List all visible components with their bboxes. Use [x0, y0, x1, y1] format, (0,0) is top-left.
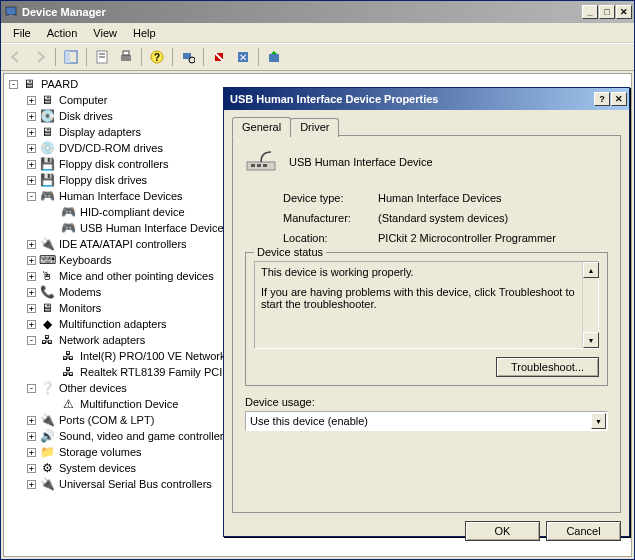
print-button[interactable] — [115, 46, 137, 68]
device-icon: 🔌 — [39, 476, 55, 492]
tree-label[interactable]: Network adapters — [57, 334, 147, 346]
menu-file[interactable]: File — [5, 25, 39, 41]
tree-label[interactable]: Sound, video and game controller — [57, 430, 226, 442]
disable-button[interactable] — [208, 46, 230, 68]
tree-label[interactable]: Universal Serial Bus controllers — [57, 478, 214, 490]
device-icon: ⚙ — [39, 460, 55, 476]
tree-label[interactable]: Display adapters — [57, 126, 143, 138]
menu-help[interactable]: Help — [125, 25, 164, 41]
svg-rect-0 — [6, 7, 16, 15]
svg-rect-17 — [269, 54, 279, 62]
tree-label[interactable]: Ports (COM & LPT) — [57, 414, 156, 426]
tree-label[interactable]: Modems — [57, 286, 103, 298]
device-icon: 📁 — [39, 444, 55, 460]
app-icon — [3, 4, 19, 20]
tree-toggle[interactable]: + — [27, 256, 36, 265]
properties-button[interactable] — [91, 46, 113, 68]
minimize-button[interactable]: _ — [582, 5, 598, 19]
device-status-legend: Device status — [254, 246, 326, 258]
show-hide-button[interactable] — [60, 46, 82, 68]
close-button[interactable]: ✕ — [616, 5, 632, 19]
device-icon: 💾 — [39, 172, 55, 188]
device-icon: 💾 — [39, 156, 55, 172]
tree-toggle[interactable]: + — [27, 464, 36, 473]
location-value: PICkit 2 Microcontroller Programmer — [378, 232, 556, 244]
menu-view[interactable]: View — [85, 25, 125, 41]
tree-toggle[interactable]: + — [27, 128, 36, 137]
tree-label[interactable]: USB Human Interface Device — [78, 222, 226, 234]
tree-label[interactable]: Intel(R) PRO/100 VE Network — [78, 350, 228, 362]
tree-toggle[interactable]: + — [27, 448, 36, 457]
manufacturer-value: (Standard system devices) — [378, 212, 508, 224]
tree-toggle[interactable]: + — [27, 320, 36, 329]
tree-label[interactable]: Human Interface Devices — [57, 190, 185, 202]
tree-toggle[interactable]: + — [27, 432, 36, 441]
update-driver-button[interactable] — [263, 46, 285, 68]
device-status-text[interactable]: This device is working properly. If you … — [254, 261, 599, 349]
device-usage-select[interactable]: Use this device (enable) ▼ — [245, 411, 608, 431]
tree-toggle[interactable]: + — [27, 176, 36, 185]
tree-label[interactable]: Storage volumes — [57, 446, 144, 458]
svg-rect-1 — [9, 15, 13, 17]
troubleshoot-button[interactable]: Troubleshoot... — [496, 357, 599, 377]
tree-toggle[interactable]: + — [27, 96, 36, 105]
uninstall-button[interactable]: ✕ — [232, 46, 254, 68]
device-name: USB Human Interface Device — [289, 156, 433, 168]
chevron-down-icon[interactable]: ▼ — [591, 413, 606, 429]
tree-label[interactable]: Disk drives — [57, 110, 115, 122]
tree-label[interactable]: Floppy disk controllers — [57, 158, 170, 170]
tree-label[interactable]: Multifunction adapters — [57, 318, 169, 330]
tree-toggle[interactable]: + — [27, 272, 36, 281]
tree-label[interactable]: Other devices — [57, 382, 129, 394]
tree-toggle[interactable]: + — [27, 240, 36, 249]
tree-label[interactable]: DVD/CD-ROM drives — [57, 142, 165, 154]
device-icon: 🖧 — [60, 364, 76, 380]
status-line2: If you are having problems with this dev… — [261, 286, 580, 310]
tree-label[interactable]: Keyboards — [57, 254, 114, 266]
device-icon: 📞 — [39, 284, 55, 300]
tree-toggle[interactable]: + — [27, 416, 36, 425]
maximize-button[interactable]: □ — [599, 5, 615, 19]
manufacturer-label: Manufacturer: — [283, 212, 378, 224]
device-icon: 🎮 — [60, 204, 76, 220]
status-scrollbar[interactable]: ▲ ▼ — [582, 262, 598, 348]
tree-label[interactable]: Floppy disk drives — [57, 174, 149, 186]
back-button[interactable] — [5, 46, 27, 68]
tree-label[interactable]: IDE ATA/ATAPI controllers — [57, 238, 189, 250]
device-icon: ◆ — [39, 316, 55, 332]
device-icon: 🖱 — [39, 268, 55, 284]
tree-toggle[interactable]: + — [27, 304, 36, 313]
tab-general[interactable]: General — [232, 117, 291, 137]
tree-toggle[interactable]: + — [27, 160, 36, 169]
scroll-up-icon[interactable]: ▲ — [583, 262, 599, 278]
tree-toggle[interactable]: + — [27, 112, 36, 121]
tree-label[interactable]: Multifunction Device — [78, 398, 180, 410]
device-large-icon — [245, 146, 277, 178]
scan-button[interactable] — [177, 46, 199, 68]
tree-label[interactable]: System devices — [57, 462, 138, 474]
tree-label[interactable]: HID-compliant device — [78, 206, 187, 218]
tree-toggle[interactable]: + — [27, 144, 36, 153]
device-icon: 🖥 — [39, 124, 55, 140]
tree-toggle[interactable]: - — [27, 384, 36, 393]
dialog-close-button[interactable]: ✕ — [611, 92, 627, 106]
menu-action[interactable]: Action — [39, 25, 86, 41]
cancel-button[interactable]: Cancel — [546, 521, 621, 541]
device-icon: 🖧 — [60, 348, 76, 364]
main-title: Device Manager — [22, 6, 582, 18]
tree-label[interactable]: Realtek RTL8139 Family PCI F — [78, 366, 234, 378]
tree-label[interactable]: Mice and other pointing devices — [57, 270, 216, 282]
tree-toggle[interactable]: - — [27, 336, 36, 345]
ok-button[interactable]: OK — [465, 521, 540, 541]
tree-toggle[interactable]: + — [27, 480, 36, 489]
tree-label[interactable]: Monitors — [57, 302, 103, 314]
tree-label[interactable]: Computer — [57, 94, 109, 106]
tree-toggle[interactable]: + — [27, 288, 36, 297]
dialog-help-button[interactable]: ? — [594, 92, 610, 106]
help-button[interactable]: ? — [146, 46, 168, 68]
scroll-down-icon[interactable]: ▼ — [583, 332, 599, 348]
forward-button[interactable] — [29, 46, 51, 68]
svg-rect-21 — [263, 164, 267, 167]
tab-driver[interactable]: Driver — [290, 118, 339, 137]
tree-toggle[interactable]: - — [27, 192, 36, 201]
